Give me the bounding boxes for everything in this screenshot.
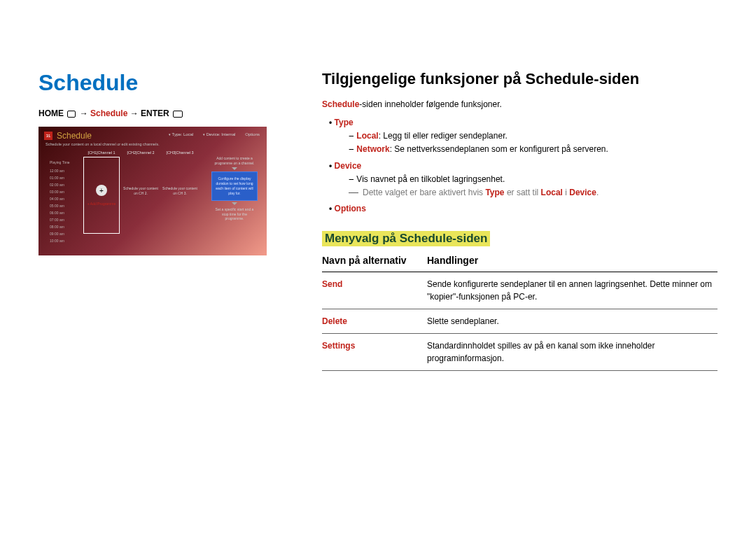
sub-text: : Se nettverkssendeplanen som er konfigu…: [390, 144, 608, 154]
mock-col-head: [CH1]Channel 1: [88, 150, 115, 155]
table-row: Send Sende konfigurerte sendeplaner til …: [322, 272, 718, 309]
intro-keyword: Schedule: [322, 99, 359, 109]
options-table: Navn på alternativ Handlinger Send Sende…: [322, 255, 718, 371]
row-desc: Slette sendeplaner.: [427, 309, 718, 334]
th-name: Navn på alternativ: [322, 255, 427, 272]
sub-text: : Legg til eller rediger sendeplaner.: [379, 131, 507, 141]
mock-time: 08:00 am: [50, 225, 70, 229]
table-row: Delete Slette sendeplaner.: [322, 309, 718, 334]
mock-subtitle: Schedule your content on a local channel…: [46, 142, 261, 146]
mock-title: Schedule: [57, 131, 92, 141]
section-heading: Tilgjengelige funksjoner på Schedule-sid…: [322, 70, 718, 88]
mock-type-dropdown: Type: Local: [169, 132, 193, 136]
calendar-icon: 31: [44, 132, 52, 140]
mock-time: 05:00 am: [50, 204, 70, 208]
mock-col-ch2: [CH2]Channel 2 Schedule your content on …: [121, 150, 160, 234]
schedule-ui-screenshot: 31 Schedule Type: Local Device: Internal…: [38, 127, 267, 255]
item-name: Type: [335, 118, 354, 127]
item-name: Device: [335, 161, 362, 171]
mock-time: 07:00 am: [50, 218, 70, 222]
breadcrumb-arrow-1: →: [80, 108, 90, 118]
row-desc: Sende konfigurerte sendeplaner til en an…: [427, 272, 718, 309]
sub-keyword: Network: [356, 144, 389, 154]
breadcrumb-enter: ENTER: [141, 108, 169, 118]
intro-para: Schedule-siden inneholder følgende funks…: [322, 98, 718, 111]
note-dash-icon: [349, 192, 358, 193]
row-desc: Standardinnholdet spilles av på en kanal…: [427, 334, 718, 371]
row-name: Settings: [322, 334, 427, 371]
mock-col-head: [CH2]Channel 2: [127, 150, 154, 155]
mock-side-top-text: Add content to create a programme on a c…: [211, 155, 258, 167]
mock-options: Options: [245, 132, 260, 136]
mock-time: 06:00 am: [50, 211, 70, 215]
table-row: Settings Standardinnholdet spilles av på…: [322, 334, 718, 371]
enter-icon: [173, 111, 183, 118]
mock-time-column: Playing Time 12:00 am 01:00 am 02:00 am …: [50, 160, 70, 243]
mock-side-panel: Add content to create a programme on a c…: [211, 155, 258, 223]
mock-col-text: Schedule your content on CH 3.: [160, 186, 200, 195]
sub-item: Vis navnet på en tilkoblet lagringsenhet…: [349, 173, 718, 186]
home-icon: [67, 111, 76, 118]
breadcrumb-home: HOME: [38, 108, 64, 118]
mock-time: 04:00 am: [50, 197, 70, 201]
mock-add-label: + Add Programme: [88, 202, 115, 206]
breadcrumb-schedule: Schedule: [90, 108, 127, 118]
mock-time: 01:00 am: [50, 176, 70, 180]
chevron-down-icon: [232, 202, 237, 205]
row-name: Delete: [322, 309, 427, 334]
row-name: Send: [322, 272, 427, 309]
sub-text: Vis navnet på en tilkoblet lagringsenhet…: [356, 174, 505, 184]
note-text: Dette valget er bare aktivert hvis Type …: [363, 186, 598, 199]
item-name: Options: [335, 204, 366, 213]
subsection-heading: Menyvalg på Schedule-siden: [322, 231, 490, 246]
mock-add-programme-box: + + Add Programme: [83, 157, 120, 234]
mock-blue-box: Configure the display duration to set ho…: [211, 171, 258, 201]
mock-col-text: Schedule your content on CH 2.: [121, 186, 160, 195]
sub-item: Network: Se nettverkssendeplanen som er …: [349, 143, 718, 156]
intro-text: -siden inneholder følgende funksjoner.: [359, 99, 501, 109]
plus-icon: +: [96, 185, 107, 196]
chevron-down-icon: [232, 167, 237, 170]
list-item-options: Options: [329, 202, 718, 216]
mock-col-ch1: [CH1]Channel 1 + + Add Programme: [82, 150, 121, 234]
mock-time: 03:00 am: [50, 190, 70, 194]
mock-device-dropdown: Device: Internal: [203, 132, 235, 136]
mock-side-bot-text: Set a specific start and a stop time for…: [211, 206, 258, 223]
mock-playtime-label: Playing Time: [50, 160, 70, 164]
th-actions: Handlinger: [427, 255, 718, 272]
mock-time: 02:00 am: [50, 183, 70, 187]
mock-col-head: [CH3]Channel 3: [166, 150, 193, 155]
sub-keyword: Local: [356, 131, 378, 141]
list-item-device: Device Vis navnet på en tilkoblet lagrin…: [329, 160, 718, 200]
sub-item: Local: Legg til eller rediger sendeplane…: [349, 129, 718, 143]
mock-time: 10:00 am: [50, 239, 70, 243]
feature-list: Type Local: Legg til eller rediger sende…: [329, 116, 718, 216]
mock-col-ch3: [CH3]Channel 3 Schedule your content on …: [160, 150, 200, 234]
page-title: Schedule: [38, 70, 280, 96]
table-header-row: Navn på alternativ Handlinger: [322, 255, 718, 272]
breadcrumb: HOME → Schedule → ENTER: [38, 108, 280, 118]
mock-time: 09:00 am: [50, 232, 70, 236]
breadcrumb-arrow-2: →: [127, 108, 141, 118]
mock-time: 12:00 am: [50, 169, 70, 173]
mock-top-right: Type: Local Device: Internal Options: [169, 132, 260, 136]
list-item-type: Type Local: Legg til eller rediger sende…: [329, 116, 718, 157]
note-line: Dette valget er bare aktivert hvis Type …: [349, 186, 718, 199]
